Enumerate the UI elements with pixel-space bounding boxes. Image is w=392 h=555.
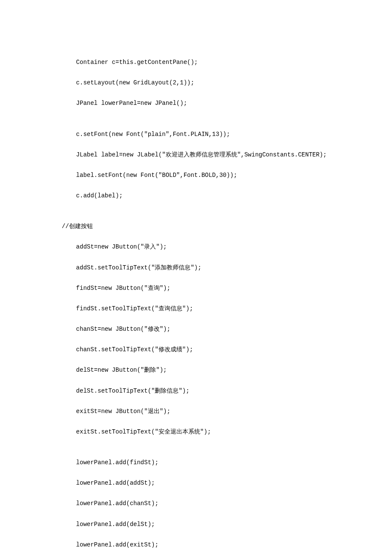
code-line: delSt.setToolTipText("删除信息"); [62,386,349,396]
code-line: lowerPanel.add(chanSt); [62,498,349,509]
code-line: lowerPanel.add(findSt); [62,457,349,468]
code-text: c.setFont(new Font("plain",Font.PLAIN,13… [62,131,230,138]
code-text: delSt=new JButton("删除"); [62,367,167,373]
code-text: //创建按钮 [62,223,93,230]
code-line: findSt=new JButton("查询"); [62,283,349,293]
code-text: chanSt.setToolTipText("修改成绩"); [62,346,193,353]
code-text: exitSt=new JButton("退出"); [62,408,170,415]
code-text: exitSt.setToolTipText("安全退出本系统"); [62,428,211,435]
code-text: findSt=new JButton("查询"); [62,285,170,292]
code-line: chanSt=new JButton("修改"); [62,324,349,334]
code-line: lowerPanel.add(exitSt); [62,540,349,550]
code-text: c.setLayout(new GridLayout(2,1)); [62,79,194,86]
code-text: findSt.setToolTipText("查询信息"); [62,305,193,312]
code-line: c.setLayout(new GridLayout(2,1)); [62,78,349,88]
code-line: Container c=this.getContentPane(); [62,57,349,67]
code-line: addSt.setToolTipText("添加教师信息"); [62,263,349,273]
code-line: exitSt.setToolTipText("安全退出本系统"); [62,427,349,437]
code-line: lowerPanel.add(delSt); [62,519,349,529]
code-line: JLabel label=new JLabel("欢迎进入教师信息管理系统",S… [62,150,349,160]
code-text: c.add(label); [62,192,123,199]
code-line: c.add(label); [62,191,349,201]
code-text: addSt=new JButton("录入"); [62,243,167,250]
code-text: JLabel label=new JLabel("欢迎进入教师信息管理系统",S… [62,151,327,158]
code-text: chanSt=new JButton("修改"); [62,326,170,332]
code-line: label.setFont(new Font("BOLD",Font.BOLD,… [62,170,349,180]
code-line: lowerPanel.add(addSt); [62,478,349,488]
code-line: addSt=new JButton("录入"); [62,242,349,252]
code-text: lowerPanel.add(exitSt); [62,541,159,548]
code-line: JPanel lowerPanel=new JPanel(); [62,98,349,108]
code-line: chanSt.setToolTipText("修改成绩"); [62,344,349,355]
code-text: Container c=this.getContentPane(); [62,59,198,66]
code-text: lowerPanel.add(delSt); [62,521,155,528]
code-text: lowerPanel.add(chanSt); [62,500,159,507]
code-line: findSt.setToolTipText("查询信息"); [62,304,349,314]
code-text: lowerPanel.add(findSt); [62,459,159,466]
code-text: lowerPanel.add(addSt); [62,480,155,486]
code-line: //创建按钮 [62,221,349,231]
code-text: delSt.setToolTipText("删除信息"); [62,387,190,394]
code-text: addSt.setToolTipText("添加教师信息"); [62,264,202,271]
code-text: label.setFont(new Font("BOLD",Font.BOLD,… [62,172,237,179]
code-line: exitSt=new JButton("退出"); [62,406,349,416]
code-page: Container c=this.getContentPane(); c.set… [0,47,392,555]
code-line: delSt=new JButton("删除"); [62,365,349,375]
code-line: c.setFont(new Font("plain",Font.PLAIN,13… [62,129,349,139]
code-text: JPanel lowerPanel=new JPanel(); [62,100,187,107]
